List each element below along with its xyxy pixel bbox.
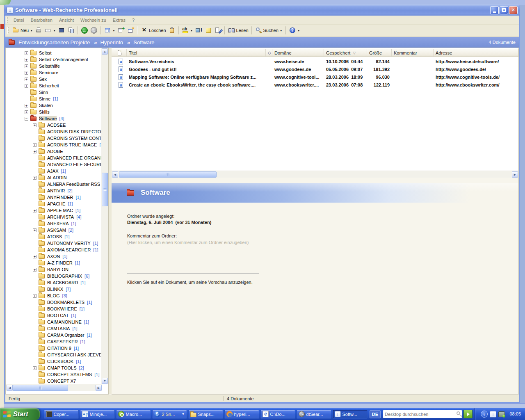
tree-item[interactable]: + ADOBE <box>6 148 101 155</box>
title-bar[interactable]: ↓ Software - Web-Recherche Professionell… <box>4 5 520 16</box>
read-button[interactable]: Lesen ▼ <box>227 25 250 35</box>
tree-expander[interactable]: + <box>33 366 37 370</box>
rename-button[interactable]: ▼ <box>194 25 204 35</box>
tree-item-label[interactable]: ASKSAM <box>47 228 66 233</box>
dropdown-arrow-icon[interactable]: ▼ <box>280 29 283 32</box>
send-button[interactable]: ▼ <box>43 25 57 35</box>
toolbar-grip[interactable] <box>7 27 9 34</box>
back-button[interactable]: ▼ <box>80 25 89 35</box>
tree-item[interactable]: + Skills <box>6 109 101 115</box>
tree-item[interactable]: AUTONOMY VERITY [1] <box>6 240 101 247</box>
document-row[interactable]: Goodees - und gut ist! www.goodees.de 05… <box>112 65 518 73</box>
breadcrumb-segment[interactable]: Software <box>133 39 154 46</box>
document-row[interactable]: Mapping Software: Online verfügbare Mapp… <box>112 73 518 81</box>
tree-item[interactable]: BOOKWHERE [1] <box>6 306 101 312</box>
highlight-button[interactable]: ▼ <box>181 25 194 35</box>
dropdown-arrow-icon[interactable]: ▼ <box>30 29 33 32</box>
tree-item[interactable]: + Sex <box>6 76 101 82</box>
tree-expander[interactable]: − <box>25 117 28 121</box>
tree-item-label[interactable]: BLINKX <box>47 287 63 292</box>
tree-vertical-scrollbar[interactable]: ▲ ▼ <box>101 48 108 384</box>
tree-item-label[interactable]: BOOTCAT <box>47 313 68 318</box>
scrollbar-thumb[interactable] <box>119 171 217 178</box>
minimize-button[interactable] <box>490 6 499 14</box>
tree-expander[interactable]: + <box>25 104 28 107</box>
tree-item-label[interactable]: ANYFINDER <box>47 195 73 200</box>
scrollbar-thumb[interactable] <box>102 173 108 206</box>
tree-item[interactable]: AJAX [1] <box>6 168 101 174</box>
tree-item[interactable]: ATOSS [1] <box>6 233 101 240</box>
tree-item[interactable]: Sinn <box>6 89 101 96</box>
tree-item-label[interactable]: Skills <box>39 110 50 114</box>
tree-expander[interactable]: + <box>25 110 28 114</box>
tree-item-label[interactable]: CMAP TOOLS <box>47 365 77 370</box>
tree-item[interactable]: ARCHIVISTA [4] <box>6 214 101 220</box>
task-snagit-group[interactable]: 2 Sn... ▼ <box>152 410 187 419</box>
tree-item[interactable]: + BLOG [3] <box>6 292 101 299</box>
tree-expander[interactable]: + <box>25 58 28 62</box>
tree-item[interactable]: CLICKBOOK [1] <box>6 358 101 365</box>
tree-item-label[interactable]: ANTIVIR <box>47 188 65 193</box>
scroll-right-icon[interactable]: ▶ <box>512 171 518 178</box>
tree-item-label[interactable]: CAMTASIA <box>47 326 70 331</box>
scroll-right-icon[interactable]: ▶ <box>96 385 102 391</box>
tree-item-label[interactable]: CASESEEKER <box>47 339 78 344</box>
app-tray-icon[interactable] <box>490 411 496 418</box>
tree-item-label[interactable]: APPLE MAC <box>47 208 73 213</box>
tree-item[interactable]: ACRONIS DISK DIRECTOR S <box>6 128 101 135</box>
new-button[interactable]: Neu ▼ <box>11 25 34 35</box>
scroll-up-icon[interactable]: ▲ <box>102 48 108 55</box>
new-window-button[interactable]: ▼ <box>126 25 135 35</box>
tree-item-label[interactable]: ACRONIS SYSTEM CONTROL <box>47 136 101 141</box>
tree-item-label[interactable]: Selbst <box>39 50 52 55</box>
document-title[interactable]: Create an ebook: EbooksWriter, the easy … <box>127 82 266 87</box>
tree-item[interactable]: BOOTCAT [1] <box>6 312 101 319</box>
start-button[interactable]: Start <box>0 408 40 420</box>
tree-item[interactable]: CAMTASIA [1] <box>6 325 101 332</box>
scroll-down-icon[interactable]: ▼ <box>102 378 108 384</box>
tree-expander[interactable]: + <box>33 228 37 232</box>
tree-item-label[interactable]: A-Z FINDER <box>47 260 73 265</box>
tree-item-label[interactable]: Sicherheit <box>39 83 59 88</box>
tree-item-label[interactable]: ACDSEE <box>47 123 66 128</box>
tree-item[interactable]: ALNERA FeedBuster RSS Re <box>6 181 101 187</box>
document-title[interactable]: Goodees - und gut ist! <box>127 67 266 72</box>
document-title[interactable]: Software-Verzeichnis <box>127 59 266 64</box>
task-hyperinfo-firefox[interactable]: hyperi... ▼ <box>224 410 259 419</box>
tree-item-label[interactable]: Selbsthilfe <box>39 64 60 68</box>
breadcrumb-segment[interactable]: Hyperinfo <box>100 39 123 46</box>
tree-item-label[interactable]: CITYSEARCH ASK JEEVES <box>47 352 101 357</box>
tree-item-label[interactable]: Selbst-/Zeitmanagement <box>39 57 88 62</box>
help-button[interactable]: ▼ <box>288 25 301 35</box>
search-button[interactable]: Suchen ▼ <box>254 25 284 35</box>
tree-item[interactable]: ACRONIS SYSTEM CONTROL <box>6 135 101 142</box>
document-row[interactable]: Create an ebook: EbooksWriter, the easy … <box>112 81 518 89</box>
tree-item-label[interactable]: ARCHIVISTA <box>47 215 74 219</box>
tree-item-label[interactable]: ACRONIS TRUE IMAGE <box>47 142 97 147</box>
tree-item-label[interactable]: AUTONOMY VERITY <box>47 241 91 246</box>
tree-expander[interactable]: + <box>25 71 28 75</box>
tree-expander[interactable]: + <box>25 51 28 55</box>
note-button[interactable]: ▼ <box>204 25 213 35</box>
collapse-chevron-icon[interactable]: ‹ <box>481 411 488 418</box>
tree-item[interactable]: + BABYLON <box>6 266 101 273</box>
column-header-type[interactable] <box>112 49 127 57</box>
maximize-button[interactable] <box>500 6 508 14</box>
tree-item-label[interactable]: ATOSS <box>47 234 62 239</box>
capture-button[interactable]: ▼ <box>57 25 66 35</box>
menu-item[interactable]: Bearbeiten <box>27 17 56 23</box>
tree-item[interactable]: + CMAP TOOLS [2] <box>6 365 101 371</box>
comment-placeholder[interactable]: (Hier klicken, um einen Kommentar zum Or… <box>127 240 249 245</box>
tree-item-label[interactable]: BABYLON <box>47 267 68 272</box>
tree-item[interactable]: + ACDSEE <box>6 122 101 128</box>
tree-expander[interactable]: + <box>25 78 28 81</box>
tree-item[interactable]: + Selbsthilfe <box>6 63 101 69</box>
column-header-flag[interactable]: ◇ <box>266 49 272 57</box>
tree-item-label[interactable]: CONCEPT SYSTEMS <box>47 372 92 377</box>
column-header-kommentar[interactable]: Kommentar <box>392 49 434 57</box>
task-macromedia[interactable]: Macro... ▼ <box>116 410 151 419</box>
task-mindjet[interactable]: Mindje... ▼ <box>80 410 115 419</box>
tree-horizontal-scrollbar[interactable]: ◀ ▶ <box>6 384 102 391</box>
save-copy-button[interactable]: ▼ <box>66 25 76 35</box>
tree-item[interactable]: + ASKSAM [2] <box>6 227 101 233</box>
